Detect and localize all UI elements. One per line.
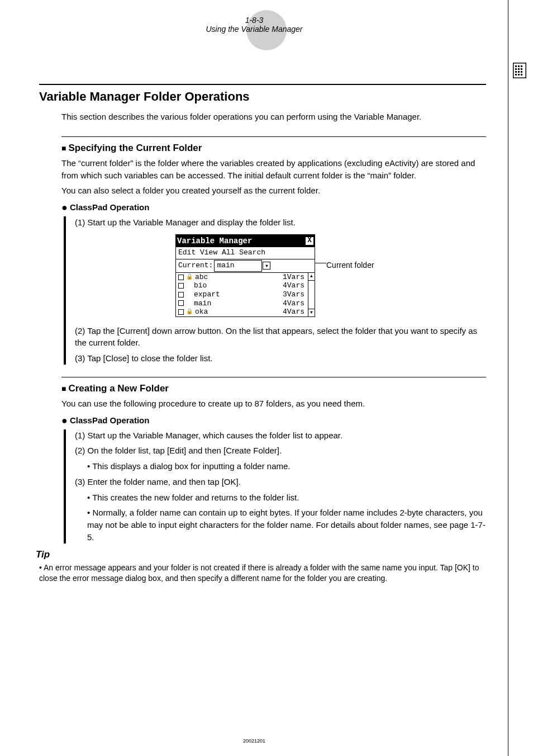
tip-body: An error message appears and your folder… bbox=[39, 563, 486, 584]
page-ref: 1-8-3 bbox=[0, 16, 508, 25]
page-right-rule bbox=[508, 0, 508, 756]
calc-menubar[interactable]: Edit View All Search bbox=[176, 247, 315, 259]
folder-name: bio bbox=[194, 281, 207, 290]
bullet-icon: ● bbox=[61, 415, 68, 426]
step-3: (3) Enter the folder name, and then tap … bbox=[75, 476, 486, 488]
page-header-title: Using the Variable Manager bbox=[0, 25, 508, 34]
svg-rect-9 bbox=[521, 71, 522, 73]
subhead-text: Specifying the Current Folder bbox=[68, 143, 202, 153]
footer-id: 20021201 bbox=[0, 738, 508, 744]
step-2: (2) Tap the [Current] down arrow button.… bbox=[75, 325, 486, 349]
svg-rect-5 bbox=[518, 68, 520, 70]
folder-name: expart bbox=[194, 290, 220, 299]
subsection-heading-specify: ■Specifying the Current Folder bbox=[61, 143, 486, 154]
svg-rect-0 bbox=[513, 63, 526, 78]
step-1: (1) Start up the Variable Manager and di… bbox=[75, 216, 486, 229]
current-folder-field[interactable]: main bbox=[214, 260, 262, 272]
variable-manager-screenshot: Variable Manager X Edit View All Search … bbox=[175, 234, 410, 317]
list-item[interactable]: main 4Vars bbox=[176, 299, 315, 308]
subhead-text: Creating a New Folder bbox=[68, 383, 168, 394]
operation-heading: ●ClassPad Operation bbox=[61, 414, 486, 426]
step-2: (2) On the folder list, tap [Edit] and t… bbox=[75, 445, 486, 457]
folder-name: abc bbox=[195, 273, 208, 282]
body-text: The “current folder” is the folder where… bbox=[61, 157, 486, 182]
list-item[interactable]: 🔒abc 1Vars bbox=[176, 273, 315, 282]
scroll-down-icon[interactable]: ▼ bbox=[308, 309, 315, 316]
steps-block: (1) Start up the Variable Manager and di… bbox=[64, 216, 486, 365]
section-title: Variable Manager Folder Operations bbox=[39, 84, 486, 104]
folder-name: main bbox=[194, 299, 211, 308]
current-label: Current: bbox=[178, 261, 213, 271]
list-item[interactable]: 🔒oka 4Vars bbox=[176, 308, 315, 316]
op-label: ClassPad Operation bbox=[70, 415, 150, 425]
lock-icon: 🔒 bbox=[186, 309, 193, 315]
page-header: 1-8-3 Using the Variable Manager bbox=[0, 16, 508, 34]
tip-heading: Tip bbox=[36, 549, 486, 560]
black-square-icon: ■ bbox=[61, 144, 66, 153]
folder-name: oka bbox=[195, 308, 208, 316]
step-3: (3) Tap [Close] to close the folder list… bbox=[75, 352, 486, 365]
svg-rect-3 bbox=[521, 65, 522, 67]
steps-block: (1) Start up the Variable Manager, which… bbox=[64, 429, 486, 544]
rule bbox=[61, 136, 486, 137]
black-square-icon: ■ bbox=[61, 384, 66, 393]
step-1: (1) Start up the Variable Manager, which… bbox=[75, 429, 486, 442]
subsection-heading-create: ■Creating a New Folder bbox=[61, 383, 486, 394]
op-label: ClassPad Operation bbox=[70, 202, 150, 212]
current-folder-row: Current: main ▼ bbox=[176, 259, 315, 273]
svg-rect-8 bbox=[518, 71, 520, 73]
svg-rect-1 bbox=[515, 65, 517, 67]
svg-rect-11 bbox=[518, 74, 520, 75]
checkbox-icon[interactable] bbox=[178, 292, 184, 297]
checkbox-icon[interactable] bbox=[178, 275, 184, 280]
sub-bullet: Normally, a folder name can contain up t… bbox=[87, 507, 486, 543]
lock-icon: 🔒 bbox=[186, 274, 193, 281]
svg-rect-6 bbox=[521, 68, 522, 70]
list-item[interactable]: bio 4Vars bbox=[176, 281, 315, 290]
dropdown-arrow-icon[interactable]: ▼ bbox=[263, 262, 270, 270]
body-text: You can use the following procedure to c… bbox=[61, 398, 486, 410]
checkbox-icon[interactable] bbox=[178, 309, 184, 315]
step-text: (2) Tap the [Current] down arrow button.… bbox=[75, 326, 477, 348]
checkbox-icon[interactable] bbox=[178, 300, 184, 306]
grid-keypad-icon bbox=[513, 63, 526, 78]
close-icon[interactable]: X bbox=[306, 237, 313, 245]
folder-list: 🔒abc 1Vars bio 4Vars expart 3Vars mai bbox=[176, 273, 315, 316]
rule bbox=[61, 377, 486, 377]
svg-rect-12 bbox=[521, 74, 522, 75]
calc-titlebar: Variable Manager X bbox=[176, 235, 315, 247]
bullet-icon: ● bbox=[61, 202, 68, 213]
svg-rect-7 bbox=[515, 71, 517, 73]
list-item[interactable]: expart 3Vars bbox=[176, 290, 315, 299]
intro-text: This section describes the various folde… bbox=[61, 111, 486, 123]
scrollbar[interactable]: ▲ ▼ bbox=[308, 273, 315, 316]
callout-label: Current folder bbox=[326, 259, 374, 271]
svg-rect-2 bbox=[518, 65, 520, 67]
checkbox-icon[interactable] bbox=[178, 283, 184, 289]
sub-bullet: This displays a dialog box for inputting… bbox=[87, 460, 486, 472]
svg-rect-10 bbox=[515, 74, 517, 75]
scroll-up-icon[interactable]: ▲ bbox=[308, 273, 315, 281]
svg-rect-4 bbox=[515, 68, 517, 70]
operation-heading: ●ClassPad Operation bbox=[61, 201, 486, 213]
body-text: You can also select a folder you created… bbox=[61, 185, 486, 197]
callout-leader-line bbox=[315, 263, 326, 263]
tip-text: An error message appears and your folder… bbox=[39, 563, 479, 583]
sub-bullet: This creates the new folder and returns … bbox=[87, 492, 486, 504]
calc-title-text: Variable Manager bbox=[177, 235, 252, 247]
